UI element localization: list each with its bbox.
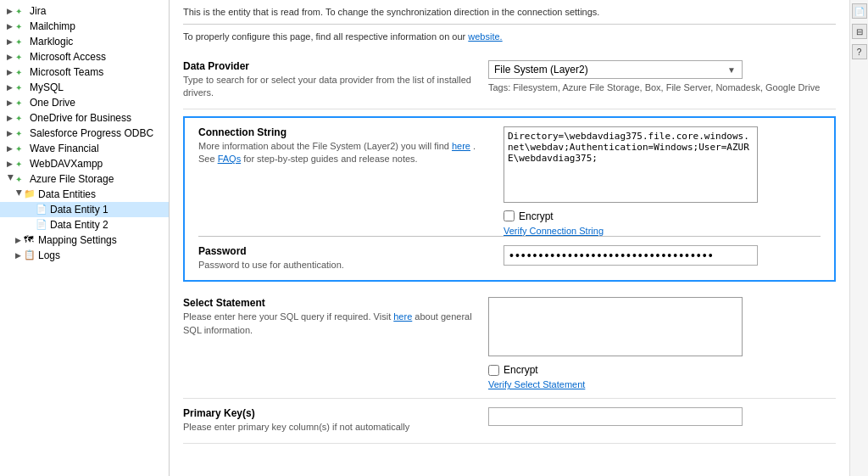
select-statement-section: Select Statement Please enter here your … (183, 288, 836, 399)
sidebar-item-jira[interactable]: ▶ Jira (0, 3, 169, 19)
sidebar-item-azure[interactable]: ▶ Azure File Storage (0, 171, 169, 187)
password-row: Password Password to use for authenticat… (198, 245, 821, 272)
right-icon-1[interactable]: 📄 (852, 3, 867, 19)
entity1-icon: 📄 (36, 204, 47, 216)
provider-tags: Tags: Filesystem, Azure File Storage, Bo… (488, 82, 836, 92)
password-title: Password (198, 245, 490, 257)
password-control (504, 245, 821, 266)
sidebar-item-label: Logs (38, 249, 60, 261)
jira-icon (15, 5, 27, 17)
sidebar-item-marklogic[interactable]: ▶ Marklogic (0, 34, 169, 49)
primary-key-input[interactable] (488, 407, 743, 426)
sidebar-item-label: Data Entities (38, 188, 96, 200)
select-statement-textarea[interactable] (488, 297, 743, 356)
sidebar: ▶ Jira ▶ Mailchimp ▶ Marklogic ▶ Microso… (0, 0, 170, 476)
main-content: This is the entity that is read from. To… (170, 0, 849, 476)
sidebar-item-wave[interactable]: ▶ Wave Financial (0, 141, 169, 156)
mysql-icon (15, 81, 27, 93)
select-statement-control: Encrypt Verify Select Statement (488, 297, 836, 389)
microsoft-teams-icon (15, 66, 27, 78)
marklogic-icon (15, 36, 27, 48)
provider-select[interactable]: File System (Layer2) (488, 60, 743, 79)
sidebar-item-data-entity-1[interactable]: 📄 Data Entity 1 (0, 202, 169, 217)
conn-encrypt-checkbox[interactable] (504, 210, 515, 221)
sidebar-item-mapping[interactable]: ▶ 🗺 Mapping Settings (0, 232, 169, 248)
sidebar-item-label: Wave Financial (30, 143, 99, 154)
sidebar-item-data-entity-2[interactable]: 📄 Data Entity 2 (0, 217, 169, 232)
data-provider-title: Data Provider (183, 60, 475, 72)
webdav-icon (15, 158, 27, 170)
data-provider-section: Data Provider Type to search for or sele… (183, 52, 836, 109)
sidebar-item-microsoft-teams[interactable]: ▶ Microsoft Teams (0, 64, 169, 80)
sidebar-item-onedrive-business[interactable]: ▶ OneDrive for Business (0, 110, 169, 126)
sidebar-item-data-entities[interactable]: ▶ 📁 Data Entities (0, 187, 169, 202)
sidebar-item-logs[interactable]: ▶ 📋 Logs (0, 248, 169, 263)
password-label-area: Password Password to use for authenticat… (198, 245, 504, 272)
provider-select-wrapper[interactable]: File System (Layer2) (488, 60, 743, 79)
connection-string-title: Connection String (198, 126, 490, 138)
conn-faqs-link[interactable]: FAQs (218, 154, 242, 164)
right-icon-3[interactable]: ? (852, 44, 867, 59)
sidebar-item-label: Marklogic (30, 36, 73, 48)
sidebar-item-webdav[interactable]: ▶ WebDAVXampp (0, 156, 169, 171)
sidebar-item-label: Azure File Storage (30, 173, 114, 185)
onedrive-business-icon (15, 112, 27, 124)
sidebar-item-mailchimp[interactable]: ▶ Mailchimp (0, 19, 169, 34)
data-provider-desc: Type to search for or select your data p… (183, 74, 475, 100)
website-info: To properly configure this page, find al… (183, 31, 836, 42)
sidebar-item-label: Data Entity 2 (50, 219, 108, 231)
connection-string-desc: More information about the File System (… (198, 140, 490, 166)
sidebar-item-label: Mailchimp (30, 20, 75, 32)
right-icon-2[interactable]: ⊟ (852, 24, 867, 39)
connection-string-label-area: Connection String More information about… (198, 126, 504, 166)
select-statement-desc: Please enter here your SQL query if requ… (183, 311, 475, 337)
connection-string-row: Connection String More information about… (198, 126, 821, 236)
conn-encrypt-label: Encrypt (519, 210, 554, 222)
sidebar-item-label: Salesforce Progress ODBC (30, 127, 153, 139)
folder-icon: 📁 (24, 188, 36, 200)
stmt-here-link[interactable]: here (393, 311, 412, 322)
conn-verify-link[interactable]: Verify Connection String (504, 226, 821, 236)
data-provider-label-area: Data Provider Type to search for or sele… (183, 60, 488, 100)
connection-string-control: Encrypt Verify Connection String (504, 126, 821, 236)
connection-string-section: Connection String More information about… (183, 116, 836, 282)
stmt-desc-start: Please enter here your SQL query if requ… (183, 311, 391, 322)
primary-keys-section: Primary Key(s) Please enter primary key … (183, 399, 836, 443)
sidebar-item-onedrive[interactable]: ▶ One Drive (0, 95, 169, 110)
select-statement-label-area: Select Statement Please enter here your … (183, 297, 488, 337)
password-input[interactable] (504, 245, 758, 266)
primary-keys-control (488, 407, 836, 426)
azure-icon (15, 173, 27, 185)
mailchimp-icon (15, 20, 27, 32)
logs-icon: 📋 (24, 249, 36, 261)
sidebar-item-mysql[interactable]: ▶ MySQL (0, 80, 169, 95)
conn-desc-start: More information about the File System (… (198, 141, 449, 151)
sidebar-item-label: Mapping Settings (38, 234, 117, 246)
website-link[interactable]: website. (468, 31, 502, 42)
onedrive-icon (15, 97, 27, 109)
top-notice: This is the entity that is read from. To… (183, 7, 836, 25)
conn-encrypt-row: Encrypt (504, 210, 821, 222)
primary-keys-desc: Please enter primary key column(s) if no… (183, 421, 475, 434)
entity2-icon: 📄 (36, 219, 47, 231)
wave-icon (15, 143, 27, 154)
connection-string-textarea[interactable] (504, 126, 758, 203)
conn-here-link[interactable]: here (452, 141, 470, 151)
stmt-encrypt-label: Encrypt (504, 364, 538, 376)
sidebar-item-label: OneDrive for Business (30, 112, 131, 124)
sidebar-item-microsoft-access[interactable]: ▶ Microsoft Access (0, 49, 169, 64)
sidebar-item-label: MySQL (30, 81, 64, 93)
data-provider-control: File System (Layer2) Tags: Filesystem, A… (488, 60, 836, 92)
primary-keys-label-area: Primary Key(s) Please enter primary key … (183, 407, 488, 434)
sidebar-item-label: Microsoft Teams (30, 66, 103, 78)
sidebar-item-label: Microsoft Access (30, 51, 106, 63)
sidebar-item-label: Jira (30, 5, 46, 17)
stmt-verify-link[interactable]: Verify Select Statement (488, 379, 836, 389)
conn-desc-end: for step-by-step guides and release note… (243, 154, 417, 164)
sidebar-item-label: One Drive (30, 97, 75, 109)
sidebar-item-salesforce[interactable]: ▶ Salesforce Progress ODBC (0, 126, 169, 141)
microsoft-access-icon (15, 51, 27, 63)
stmt-encrypt-checkbox[interactable] (488, 365, 499, 376)
top-notice-text: This is the entity that is read from. To… (183, 7, 599, 17)
primary-keys-title: Primary Key(s) (183, 407, 475, 419)
